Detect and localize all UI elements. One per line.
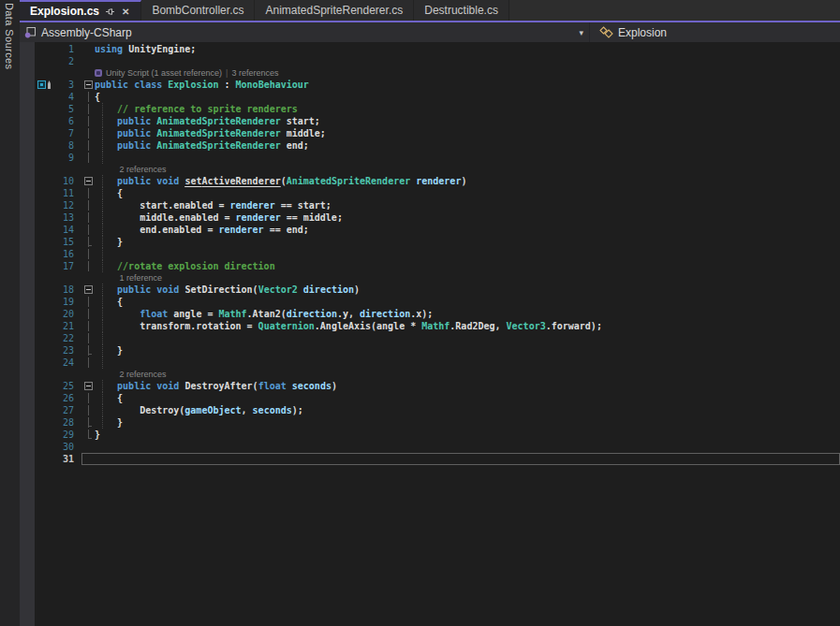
code-line-row: 25 public void DestroyAfter(float second… <box>35 380 840 392</box>
code-line[interactable]: public void SetDirection(Vector2 directi… <box>81 284 840 296</box>
sidebar-item-data-sources[interactable]: Data Sources <box>0 0 20 626</box>
code-line[interactable]: //rotate explosion direction <box>81 260 840 272</box>
breakpoint-margin[interactable] <box>35 392 53 404</box>
assembly-icon <box>24 26 37 38</box>
breakpoint-margin[interactable] <box>35 453 53 465</box>
breakpoint-margin[interactable] <box>35 127 53 139</box>
breakpoint-margin[interactable] <box>35 369 53 380</box>
code-line-row: 6 public AnimatedSpriteRenderer start; <box>35 115 840 127</box>
code-line-row: 30 <box>35 441 840 453</box>
code-line[interactable] <box>81 152 840 164</box>
breakpoint-margin[interactable] <box>35 115 53 127</box>
breakpoint-margin[interactable] <box>35 416 53 429</box>
code-text <box>95 454 839 464</box>
codelens-link[interactable]: 1 reference <box>119 273 162 284</box>
breakpoint-margin[interactable] <box>35 79 53 91</box>
code-line[interactable] <box>81 332 840 344</box>
code-line[interactable] <box>81 441 840 453</box>
breakpoint-margin[interactable] <box>35 152 53 164</box>
code-line[interactable] <box>81 357 840 369</box>
line-number: 27 <box>53 404 74 416</box>
breakpoint-margin[interactable] <box>35 272 53 284</box>
code-line[interactable]: float angle = Mathf.Atan2(direction.y, d… <box>81 308 840 320</box>
code-line[interactable]: public AnimatedSpriteRenderer middle; <box>81 127 840 139</box>
data-sources-label: Data Sources <box>4 0 15 69</box>
code-line[interactable]: Destroy(gameObject, seconds); <box>81 404 840 416</box>
code-line[interactable]: } <box>81 236 840 248</box>
close-icon[interactable]: ✕ <box>121 7 130 17</box>
codelens-link[interactable]: Unity Script (1 asset reference) <box>106 68 222 79</box>
breakpoint-margin[interactable] <box>35 429 53 441</box>
breakpoint-margin[interactable] <box>35 441 53 453</box>
breakpoint-margin[interactable] <box>35 344 53 357</box>
breakpoint-margin[interactable] <box>35 260 53 272</box>
codelens-link[interactable]: 2 references <box>119 165 166 175</box>
collapse-icon[interactable] <box>84 80 93 89</box>
code-line[interactable]: { <box>81 91 840 103</box>
code-line[interactable]: using UnityEngine; <box>81 43 840 55</box>
breakpoint-margin[interactable] <box>35 211 53 224</box>
breakpoint-margin[interactable] <box>35 164 53 175</box>
code-line[interactable]: end.enabled = renderer == end; <box>81 224 840 236</box>
tab-animatedspriterenderer[interactable]: AnimatedSpriteRenderer.cs <box>255 0 414 21</box>
indicator-margin[interactable] <box>20 42 35 626</box>
breakpoint-margin[interactable] <box>35 67 53 79</box>
breakpoint-margin[interactable] <box>35 404 53 416</box>
tab-destructible[interactable]: Destructible.cs <box>414 0 509 21</box>
code-token: ) <box>354 284 360 295</box>
breakpoint-margin[interactable] <box>35 308 53 320</box>
code-line[interactable]: public AnimatedSpriteRenderer start; <box>81 115 840 127</box>
codelens-link[interactable]: 2 references <box>119 370 166 380</box>
collapse-icon[interactable] <box>84 382 93 390</box>
breakpoint-margin[interactable] <box>35 91 53 103</box>
type-dropdown[interactable]: Explosion <box>589 22 840 42</box>
code-text: public void setActiveRenderer(AnimatedSp… <box>95 176 839 186</box>
fold-margin[interactable] <box>82 176 95 186</box>
code-line[interactable]: } <box>81 416 840 429</box>
code-line[interactable]: public AnimatedSpriteRenderer end; <box>81 139 840 152</box>
code-line[interactable] <box>81 55 840 67</box>
collapse-icon[interactable] <box>84 285 93 294</box>
code-line[interactable]: } <box>81 344 840 357</box>
breakpoint-margin[interactable] <box>35 175 53 187</box>
code-line[interactable]: public class Explosion : MonoBehaviour <box>81 79 840 91</box>
breakpoint-margin[interactable] <box>35 139 53 152</box>
breakpoint-margin[interactable] <box>35 357 53 369</box>
code-line[interactable]: { <box>81 296 840 308</box>
project-dropdown[interactable]: Assembly-CSharp ▾ <box>20 22 589 42</box>
breakpoint-margin[interactable] <box>35 199 53 211</box>
code-line[interactable]: // reference to sprite renderers <box>81 103 840 115</box>
fold-margin[interactable] <box>82 381 95 391</box>
code-line[interactable]: public void DestroyAfter(float seconds) <box>81 380 840 392</box>
code-token: middle.enabled = <box>95 212 236 223</box>
tab-bombcontroller[interactable]: BombController.cs <box>141 0 255 21</box>
tab-explosion[interactable]: Explosion.cs ✕ <box>20 0 141 21</box>
breakpoint-margin[interactable] <box>35 380 53 392</box>
code-line[interactable]: } <box>81 429 840 441</box>
breakpoint-margin[interactable] <box>35 187 53 199</box>
code-line[interactable] <box>81 248 840 260</box>
code-line[interactable]: { <box>81 187 840 199</box>
code-line[interactable]: middle.enabled = renderer == middle; <box>81 211 840 224</box>
breakpoint-margin[interactable] <box>35 236 53 248</box>
breakpoint-margin[interactable] <box>35 248 53 260</box>
code-line[interactable]: { <box>81 392 840 404</box>
codelens-link[interactable]: 3 references <box>231 68 278 79</box>
fold-margin[interactable] <box>82 284 95 295</box>
breakpoint-margin[interactable] <box>35 43 53 55</box>
breakpoint-margin[interactable] <box>35 320 53 332</box>
breakpoint-margin[interactable] <box>35 296 53 308</box>
breakpoint-margin[interactable] <box>35 55 53 67</box>
fold-margin[interactable] <box>82 80 95 90</box>
breakpoint-margin[interactable] <box>35 224 53 236</box>
code-text: public AnimatedSpriteRenderer middle; <box>95 128 839 138</box>
code-line[interactable] <box>81 453 840 465</box>
breakpoint-margin[interactable] <box>35 103 53 115</box>
code-line[interactable]: public void setActiveRenderer(AnimatedSp… <box>81 175 840 187</box>
code-line[interactable]: transform.rotation = Quaternion.AngleAxi… <box>81 320 840 332</box>
code-line[interactable]: start.enabled = renderer == start; <box>81 199 840 211</box>
pin-icon[interactable] <box>105 7 115 17</box>
breakpoint-margin[interactable] <box>35 332 53 344</box>
breakpoint-margin[interactable] <box>35 284 53 296</box>
collapse-icon[interactable] <box>84 177 93 185</box>
